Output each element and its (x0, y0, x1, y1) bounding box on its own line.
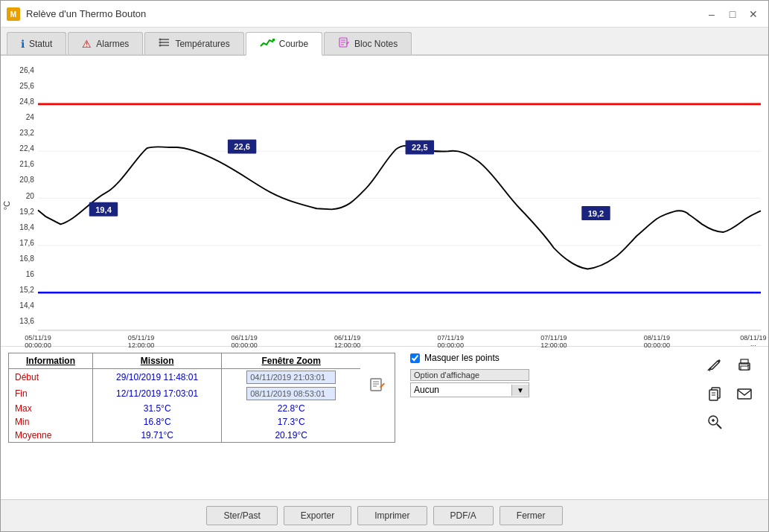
footer-buttons: Ster/Past Exporter Imprimer PDF/A Fermer (1, 499, 768, 531)
svg-text:12:00:00: 12:00:00 (334, 342, 360, 349)
svg-text:14,4: 14,4 (19, 301, 34, 310)
svg-line-80 (717, 424, 721, 429)
svg-text:···: ··· (750, 342, 756, 349)
close-button[interactable]: ✕ (744, 7, 762, 22)
svg-text:24,8: 24,8 (19, 97, 34, 106)
tab-temperatures[interactable]: Températures (144, 32, 243, 54)
svg-text:00:00:00: 00:00:00 (231, 342, 257, 349)
edit-zoom-button[interactable] (366, 376, 389, 395)
table-row: Début 29/10/2019 11:48:01 (9, 369, 395, 386)
svg-text:24: 24 (26, 113, 34, 121)
svg-text:12:00:00: 12:00:00 (540, 342, 567, 349)
svg-text:07/11/19: 07/11/19 (438, 333, 464, 341)
pdf-a-button[interactable]: PDF/A (433, 506, 494, 525)
courbe-icon (260, 37, 275, 50)
option-affichage-select-box[interactable]: Aucun ▼ (410, 382, 529, 397)
svg-rect-12 (38, 63, 761, 346)
svg-point-71 (747, 365, 749, 366)
row-min-zoom: 17.3°C (222, 415, 360, 429)
svg-text:15,2: 15,2 (19, 286, 34, 294)
icon-row-2 (701, 381, 758, 406)
temperature-chart[interactable]: 26,4 25,6 24,8 24 23,2 22,4 21,6 20,8 20… (38, 63, 761, 346)
row-fin-label: Fin (9, 385, 93, 402)
statut-icon: ℹ (21, 38, 25, 50)
zoom-fin-input[interactable] (246, 387, 336, 400)
row-fin-mission: 12/11/2019 17:03:01 (93, 385, 222, 402)
pencil-button[interactable] (701, 353, 728, 378)
svg-text:00:00:00: 00:00:00 (438, 342, 464, 349)
tab-bar: ℹ Statut ⚠ Alarmes Températures Courbe B… (1, 28, 768, 56)
svg-text:06/11/19: 06/11/19 (334, 333, 360, 341)
option-affichage-select[interactable]: Aucun (411, 383, 511, 397)
option-affichage-label: Option d'affichage (410, 369, 529, 381)
svg-text:22,5: 22,5 (412, 143, 428, 152)
tab-courbe[interactable]: Courbe (246, 32, 322, 56)
copy-button[interactable] (701, 381, 728, 406)
svg-text:05/11/19: 05/11/19 (25, 333, 51, 341)
svg-text:M: M (10, 10, 16, 19)
alarmes-icon: ⚠ (82, 38, 92, 50)
ster-past-button[interactable]: Ster/Past (206, 506, 277, 525)
bottom-panel: Information Mission Fenêtre Zoom Début 2… (1, 346, 768, 449)
right-panel: Masquer les points Option d'affichage Au… (403, 353, 529, 397)
svg-text:20: 20 (26, 191, 34, 199)
masquer-points-label: Masquer les points (424, 353, 500, 363)
exporter-button[interactable]: Exporter (284, 506, 351, 525)
row-moyenne-mission: 19.71°C (93, 429, 222, 442)
tab-alarmes[interactable]: ⚠ Alarmes (68, 32, 143, 54)
row-debut-label: Début (9, 369, 93, 386)
row-moyenne-zoom: 20.19°C (222, 429, 360, 442)
tab-bloc-notes[interactable]: Bloc Notes (324, 32, 412, 54)
checkbox-row: Masquer les points (410, 353, 500, 363)
svg-text:25,6: 25,6 (19, 82, 34, 90)
svg-text:20,8: 20,8 (19, 176, 34, 184)
header-zoom: Fenêtre Zoom (222, 353, 360, 369)
svg-point-7 (159, 45, 162, 47)
svg-text:19,2: 19,2 (588, 209, 604, 218)
masquer-points-checkbox[interactable] (410, 353, 420, 363)
chart-container: °C 26,4 25,6 24,8 24 23,2 22,4 21,6 20,8… (1, 56, 768, 346)
row-fin-zoom (222, 385, 360, 402)
row-debut-mission: 29/10/2019 11:48:01 (93, 369, 222, 386)
maximize-button[interactable]: □ (724, 7, 741, 22)
tab-bloc-notes-label: Bloc Notes (354, 39, 398, 49)
option-affichage-container: Option d'affichage Aucun ▼ (410, 369, 529, 397)
minimize-button[interactable]: – (703, 7, 721, 22)
fermer-button[interactable]: Fermer (500, 506, 563, 525)
row-max-zoom: 22.8°C (222, 402, 360, 415)
svg-text:23,2: 23,2 (19, 129, 34, 137)
svg-text:22,4: 22,4 (19, 144, 34, 153)
zoom-debut-input[interactable] (246, 371, 336, 384)
svg-text:05/11/19: 05/11/19 (128, 333, 154, 341)
tab-temperatures-label: Températures (175, 39, 229, 49)
tab-statut[interactable]: ℹ Statut (7, 32, 66, 54)
row-max-mission: 31.5°C (93, 402, 222, 415)
row-min-mission: 16.8°C (93, 415, 222, 429)
print-button[interactable] (731, 353, 758, 378)
temperatures-icon (159, 37, 170, 50)
select-arrow-icon: ▼ (511, 385, 529, 396)
y-axis-label: °C (2, 201, 11, 210)
header-information: Information (9, 353, 93, 369)
zoom-plus-button[interactable] (701, 409, 728, 435)
svg-text:18,4: 18,4 (19, 223, 34, 231)
svg-rect-76 (738, 389, 751, 399)
svg-text:06/11/19: 06/11/19 (231, 333, 257, 341)
svg-text:26,4: 26,4 (19, 65, 34, 74)
svg-text:16,8: 16,8 (19, 254, 34, 263)
row-moyenne-label: Moyenne (9, 429, 93, 442)
table-row: Moyenne 19.71°C 20.19°C (9, 429, 395, 442)
app-icon: M (7, 7, 20, 21)
svg-text:19,4: 19,4 (95, 205, 112, 214)
icon-row-3 (701, 409, 758, 435)
svg-point-5 (159, 39, 162, 41)
svg-text:08/11/19: 08/11/19 (644, 333, 670, 341)
svg-text:08/11/19: 08/11/19 (740, 333, 766, 341)
imprimer-button[interactable]: Imprimer (357, 506, 427, 525)
table-row: Min 16.8°C 17.3°C (9, 415, 395, 429)
mail-button[interactable] (731, 381, 758, 406)
table-row: Fin 12/11/2019 17:03:01 (9, 385, 395, 402)
svg-text:16: 16 (26, 270, 34, 278)
svg-text:13,6: 13,6 (19, 317, 34, 325)
svg-text:19,2: 19,2 (19, 207, 34, 215)
